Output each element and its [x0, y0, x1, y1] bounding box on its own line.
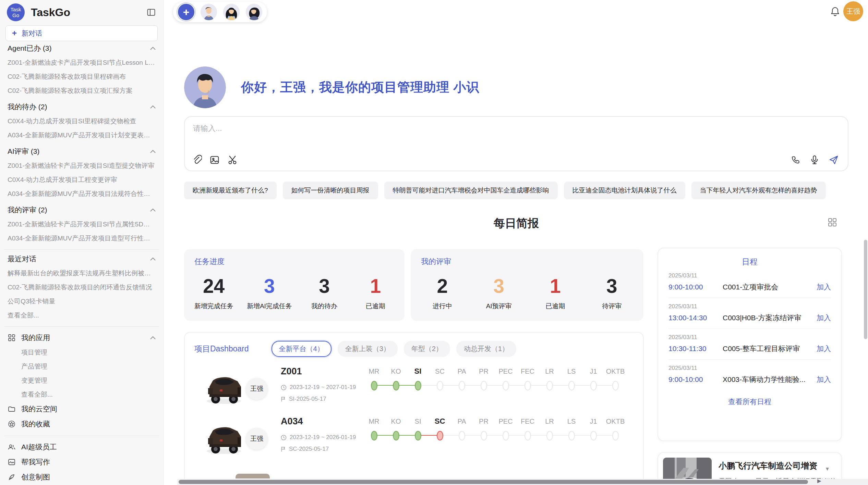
view-all-apps-link[interactable]: 查看全部...	[21, 387, 158, 401]
schedule-item[interactable]: 2025/03/11 13:00-14:30 C003|H0B-方案冻结评审 加…	[668, 298, 831, 329]
microphone-icon[interactable]	[810, 155, 819, 165]
project-row-z001[interactable]: 王强 Z001 2023-12-19 ~ 2027-01-19 SI-2025-…	[185, 365, 643, 413]
list-item[interactable]: 公司Q3轻卡销量	[8, 294, 156, 308]
chevron-up-icon[interactable]	[150, 208, 156, 212]
milestone-dot-done[interactable]	[371, 381, 377, 390]
list-item[interactable]: C0X4-动力总成开发项目工程变更评审	[8, 173, 156, 187]
chevron-up-icon[interactable]	[150, 105, 156, 109]
milestone-dot-done[interactable]	[415, 431, 421, 440]
sidebar-item-project-mgmt[interactable]: 项目管理	[21, 345, 158, 359]
list-item[interactable]: C02-飞腾新能源轻客改款项目立项汇报方案	[8, 84, 156, 98]
suggestion-chip[interactable]: 当下年轻人对汽车外观有怎样的喜好趋势	[691, 182, 826, 199]
attachment-icon[interactable]	[192, 155, 202, 165]
project-row-a034[interactable]: 王强 A034 2023-12-19 ~ 2026-01-19 SC-2025-…	[185, 415, 643, 463]
section-ai-review[interactable]: AI评审 (3)	[8, 144, 156, 159]
add-agent-button[interactable]: +	[178, 4, 194, 20]
list-item[interactable]: Z001-全新燃油轻卡产品开发项目SI节点属性5D文件评审	[8, 217, 156, 231]
scissors-icon[interactable]	[227, 155, 238, 165]
milestone-dot-done[interactable]	[415, 381, 421, 390]
tab-new-body[interactable]: 全新上装（3）	[338, 341, 398, 357]
horizontal-scrollbar-thumb[interactable]	[179, 480, 808, 484]
milestone-dot[interactable]	[503, 431, 509, 440]
list-item[interactable]: 解释最新出台的欧盟报废车法规再生塑料比例被调至15%...	[8, 266, 156, 280]
agent-avatar-2[interactable]	[223, 4, 240, 20]
suggestion-chip[interactable]: 欧洲新规最近颁布了什么?	[184, 182, 277, 199]
milestone-dot-done[interactable]	[393, 431, 399, 440]
milestone-dot[interactable]	[612, 431, 619, 440]
sidebar-item-change-mgmt[interactable]: 变更管理	[21, 373, 158, 387]
milestone-dot[interactable]	[546, 431, 553, 440]
chevron-up-icon[interactable]	[150, 257, 156, 261]
sidebar-item-my-apps[interactable]: 我的应用	[8, 330, 156, 345]
list-item[interactable]: A034-全新新能源MUV产品开发项目造型可行性评审	[8, 231, 156, 245]
collapse-sidebar-icon[interactable]	[146, 7, 156, 17]
milestone-dot[interactable]	[525, 431, 531, 440]
tab-powertrain[interactable]: 动总开发（1）	[456, 341, 516, 357]
sidebar-item-favorites[interactable]: 我的收藏	[8, 416, 156, 432]
view-all-schedule-link[interactable]: 查看所有日程	[668, 397, 831, 407]
milestone-dot[interactable]	[590, 381, 597, 390]
milestone-dot[interactable]	[481, 431, 487, 440]
image-upload-icon[interactable]	[209, 155, 220, 165]
scroll-down-arrow-icon[interactable]: ▼	[825, 466, 830, 472]
notifications-bell-icon[interactable]	[830, 6, 840, 16]
list-item[interactable]: Z001-全新燃油皮卡产品开发项目SI节点Lesson Learn报告	[8, 55, 156, 70]
sidebar-item-ai-super-staff[interactable]: AI超级员工	[8, 439, 156, 455]
list-item[interactable]: A034-全新新能源MUV产品开发项目计划变更表编写	[8, 128, 156, 142]
chat-input[interactable]	[192, 124, 840, 133]
sidebar-item-help-me-write[interactable]: 帮我写作	[8, 455, 156, 470]
join-link[interactable]: 加入	[817, 344, 831, 353]
list-item[interactable]: C02-飞腾新能源轻客改款项目里程碑画布	[8, 70, 156, 84]
chevron-up-icon[interactable]	[150, 336, 156, 339]
milestone-dot[interactable]	[525, 381, 531, 390]
suggestion-chip[interactable]: 如何写一份清晰的项目周报	[283, 182, 378, 199]
section-my-review[interactable]: 我的评审 (2)	[8, 203, 156, 217]
schedule-item[interactable]: 2025/03/11 9:00-10:00 X003-车辆动力学性能验... 加…	[668, 360, 831, 390]
section-my-todo[interactable]: 我的待办 (2)	[8, 100, 156, 114]
milestone-dot[interactable]	[437, 381, 443, 390]
milestone-dot[interactable]	[612, 381, 619, 390]
list-item[interactable]: C02-飞腾新能源轻客改款项目的闭环通告反馈情况	[8, 280, 156, 294]
tab-new-platform[interactable]: 全新平台（4）	[272, 341, 331, 357]
milestone-dot[interactable]	[568, 381, 575, 390]
tab-model-year[interactable]: 年型（2）	[404, 341, 450, 357]
milestone-dot[interactable]	[546, 381, 553, 390]
agent-avatar-3[interactable]	[246, 4, 262, 20]
sidebar-item-product-mgmt[interactable]: 产品管理	[21, 359, 158, 373]
sidebar-item-cloud-space[interactable]: 我的云空间	[8, 401, 156, 416]
milestone-dot-overdue[interactable]	[437, 431, 443, 440]
suggestion-chip[interactable]: 比亚迪全固态电池计划具体说了什么	[564, 182, 685, 199]
send-icon[interactable]	[829, 155, 839, 165]
milestone-dot[interactable]	[459, 381, 465, 390]
join-link[interactable]: 加入	[817, 313, 831, 323]
join-link[interactable]: 加入	[817, 375, 831, 384]
milestone-dot[interactable]	[503, 381, 509, 390]
join-link[interactable]: 加入	[817, 282, 831, 292]
vertical-scrollbar-thumb[interactable]	[864, 240, 867, 339]
section-recent-chats[interactable]: 最近对话	[8, 252, 156, 266]
list-item[interactable]: A034-全新新能源MUV产品开发项目法规符合性评审	[8, 187, 156, 201]
chevron-up-icon[interactable]	[150, 47, 156, 50]
list-item[interactable]: C0X4-动力总成开发项目SI里程碑提交物检查	[8, 114, 156, 128]
schedule-item[interactable]: 2025/03/11 9:00-10:00 C001-立项审批会 加入	[668, 267, 831, 298]
phone-call-icon[interactable]	[791, 155, 800, 165]
milestone-dot-done[interactable]	[371, 431, 377, 440]
milestone-dot[interactable]	[568, 431, 575, 440]
list-item[interactable]: Z001-全新燃油轻卡产品开发项目SI造型提交物评审	[8, 159, 156, 173]
milestone-dot[interactable]	[481, 381, 487, 390]
layout-grid-icon[interactable]	[828, 218, 837, 227]
user-avatar[interactable]: 王强	[843, 1, 863, 21]
milestone-dot[interactable]	[459, 431, 465, 440]
chat-input-box[interactable]	[184, 116, 848, 171]
horizontal-scrollbar[interactable]	[177, 479, 868, 485]
chevron-up-icon[interactable]	[150, 150, 156, 153]
scroll-right-arrow-icon[interactable]: ▶	[817, 478, 821, 484]
view-all-chats-link[interactable]: 查看全部...	[8, 308, 156, 322]
sidebar-item-creative-drawing[interactable]: 创意制图	[8, 470, 156, 485]
section-agent-done[interactable]: Agent已办 (3)	[8, 41, 156, 55]
milestone-dot-done[interactable]	[393, 381, 399, 390]
new-chat-button[interactable]: + 新对话	[5, 25, 158, 41]
agent-avatar-1[interactable]	[201, 4, 217, 20]
milestone-dot[interactable]	[590, 431, 597, 440]
schedule-item[interactable]: 2025/03/11 10:30-11:30 C005-整车工程目标评审 加入	[668, 329, 831, 360]
